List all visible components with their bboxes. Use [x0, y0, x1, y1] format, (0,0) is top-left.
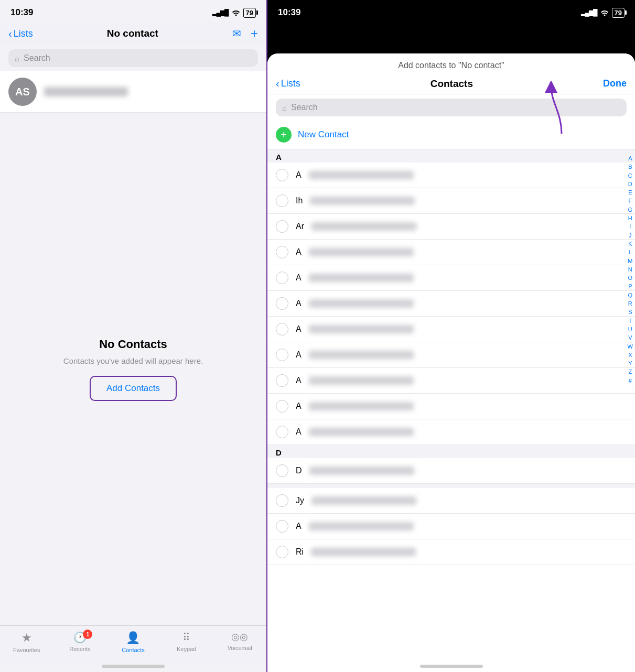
- new-contact-row[interactable]: + New Contact: [267, 121, 635, 149]
- empty-state: No Contacts Contacts you've added will a…: [0, 113, 266, 625]
- contact-initial: A: [296, 299, 302, 308]
- contact-row[interactable]: Ih: [267, 188, 635, 214]
- left-signal-icon: ▂▄▆█: [212, 9, 229, 16]
- alpha-letter-n[interactable]: N: [628, 266, 632, 273]
- alpha-letter-m[interactable]: M: [628, 257, 632, 265]
- radio-button[interactable]: [276, 349, 288, 361]
- alpha-letter-i[interactable]: I: [629, 223, 631, 230]
- contact-row[interactable]: Jy: [267, 488, 635, 514]
- alpha-letter-y[interactable]: Y: [628, 360, 632, 367]
- radio-button[interactable]: [276, 426, 288, 438]
- alpha-letter-w[interactable]: W: [628, 343, 633, 350]
- alpha-letter-v[interactable]: V: [628, 334, 632, 341]
- add-icon[interactable]: +: [251, 26, 258, 41]
- section-header-a: A: [267, 149, 635, 162]
- contact-row[interactable]: A: [267, 240, 635, 265]
- left-back-button[interactable]: ‹ Lists: [8, 28, 33, 40]
- contact-row[interactable]: A: [267, 291, 635, 317]
- tab-contacts[interactable]: 👤 Contacts: [106, 631, 160, 653]
- alpha-letter-o[interactable]: O: [628, 274, 633, 281]
- alpha-letter-f[interactable]: F: [628, 197, 632, 204]
- contact-row[interactable]: D: [267, 458, 635, 484]
- left-search-icon: ⌕: [15, 54, 19, 63]
- alpha-letter-x[interactable]: X: [628, 351, 632, 359]
- contact-row[interactable]: A: [267, 162, 635, 188]
- left-back-chevron: ‹: [8, 28, 12, 40]
- section-header-d: D: [267, 445, 635, 458]
- alpha-letter-#[interactable]: #: [629, 377, 632, 384]
- tab-favourites[interactable]: ★ Favourites: [0, 631, 53, 653]
- contact-row[interactable]: A: [267, 419, 635, 445]
- tab-bar: ★ Favourites 🕐 1 Recents 👤 Contacts ⠿ Ke…: [0, 625, 266, 664]
- left-wifi-icon: [232, 8, 240, 17]
- alpha-letter-h[interactable]: H: [628, 214, 632, 222]
- contact-item[interactable]: AS: [0, 71, 266, 113]
- alpha-letter-b[interactable]: B: [628, 163, 632, 170]
- empty-title: No Contacts: [99, 338, 167, 351]
- contact-row[interactable]: A: [267, 342, 635, 368]
- email-icon[interactable]: ✉: [232, 27, 241, 40]
- alpha-letter-q[interactable]: Q: [628, 291, 633, 299]
- contact-row[interactable]: A: [267, 394, 635, 419]
- alpha-index[interactable]: ABCDEFGHIJKLMNOPQRSTUVWXYZ#: [626, 149, 635, 389]
- favourites-icon: ★: [21, 631, 32, 645]
- right-status-icons: ▂▄▆█ 79: [581, 8, 625, 18]
- radio-button[interactable]: [276, 194, 288, 207]
- contact-name-blurred: [309, 171, 414, 179]
- alpha-letter-t[interactable]: T: [628, 317, 632, 324]
- right-status-bar: 10:39 ▂▄▆█ 79: [267, 0, 635, 22]
- done-button[interactable]: Done: [603, 78, 627, 89]
- radio-button[interactable]: [276, 494, 288, 507]
- radio-button[interactable]: [276, 323, 288, 335]
- contact-name-blurred: [311, 222, 416, 231]
- contact-name-area: [44, 87, 128, 96]
- right-search-bar[interactable]: ⌕ Search: [276, 99, 627, 116]
- radio-button[interactable]: [276, 297, 288, 310]
- radio-button[interactable]: [276, 246, 288, 258]
- contact-initial: A: [296, 402, 302, 411]
- add-contacts-button[interactable]: Add Contacts: [90, 376, 177, 401]
- left-battery-icon: 79: [243, 8, 256, 18]
- radio-button[interactable]: [276, 520, 288, 533]
- contact-row[interactable]: A: [267, 514, 635, 539]
- alpha-letter-a[interactable]: A: [628, 155, 632, 162]
- alpha-letter-g[interactable]: G: [628, 206, 633, 213]
- contact-row[interactable]: A: [267, 368, 635, 394]
- alpha-letter-d[interactable]: D: [628, 180, 632, 188]
- tab-voicemail[interactable]: ◎◎ Voicemail: [213, 631, 266, 653]
- right-back-button[interactable]: ‹ Lists: [276, 78, 300, 90]
- alpha-letter-j[interactable]: J: [629, 232, 632, 239]
- contact-initial: A: [296, 376, 302, 385]
- tab-recents[interactable]: 🕐 1 Recents: [53, 631, 107, 653]
- right-nav-bar: ‹ Lists Contacts Done: [267, 73, 635, 94]
- alpha-letter-e[interactable]: E: [628, 189, 632, 196]
- contact-name-blurred: [309, 325, 414, 333]
- contact-name-blurred: [309, 428, 414, 436]
- radio-button[interactable]: [276, 400, 288, 413]
- alpha-letter-u[interactable]: U: [628, 326, 632, 333]
- radio-button[interactable]: [276, 220, 288, 233]
- alpha-letter-r[interactable]: R: [628, 300, 632, 307]
- contact-name-blurred: [309, 376, 414, 385]
- contact-initial: A: [296, 522, 302, 531]
- contact-row[interactable]: A: [267, 317, 635, 342]
- contact-name-blurred: [310, 197, 415, 205]
- alpha-letter-k[interactable]: K: [628, 240, 632, 247]
- radio-button[interactable]: [276, 546, 288, 558]
- empty-subtitle: Contacts you've added will appear here.: [63, 356, 203, 365]
- alpha-letter-c[interactable]: C: [628, 172, 632, 179]
- contact-list: A A Ih Ar A A: [267, 149, 635, 662]
- tab-keypad[interactable]: ⠿ Keypad: [160, 631, 213, 653]
- alpha-letter-p[interactable]: P: [628, 283, 632, 290]
- radio-button[interactable]: [276, 464, 288, 477]
- contact-row[interactable]: Ri: [267, 539, 635, 565]
- contact-row[interactable]: A: [267, 265, 635, 291]
- radio-button[interactable]: [276, 272, 288, 284]
- radio-button[interactable]: [276, 374, 288, 387]
- alpha-letter-s[interactable]: S: [628, 308, 632, 316]
- alpha-letter-z[interactable]: Z: [628, 368, 632, 375]
- left-search-bar[interactable]: ⌕ Search: [8, 49, 258, 67]
- alpha-letter-l[interactable]: L: [629, 248, 632, 256]
- radio-button[interactable]: [276, 169, 288, 181]
- contact-row[interactable]: Ar: [267, 214, 635, 240]
